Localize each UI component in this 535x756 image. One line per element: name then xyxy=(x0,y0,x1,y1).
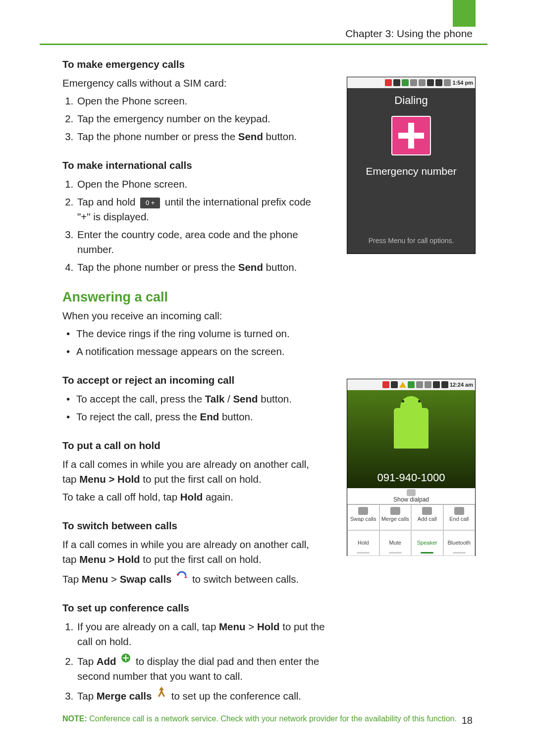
svg-marker-1 xyxy=(184,576,187,578)
switch-text-2: Tap Menu > Swap calls to switch between … xyxy=(62,570,325,587)
merge-calls-button[interactable]: Merge calls xyxy=(379,504,412,530)
page-number: 18 xyxy=(462,715,473,726)
list-item: A notification message appears on the sc… xyxy=(76,344,325,359)
list-item: The device rings if the ring volume is t… xyxy=(76,326,325,341)
heading-emergency-calls: To make emergency calls xyxy=(62,57,325,72)
heading-answering-call: Answering a call xyxy=(62,290,325,304)
battery-icon xyxy=(435,79,442,86)
list-item: If you are already on a call, tap Menu >… xyxy=(76,619,325,649)
switch-text-1: If a call comes in while you are already… xyxy=(62,537,325,567)
list-item: To reject the call, press the End button… xyxy=(76,409,325,424)
signal-icon xyxy=(427,79,434,86)
swap-calls-icon xyxy=(176,570,187,585)
end-call-icon xyxy=(454,507,464,515)
list-item: Enter the country code, area code and th… xyxy=(76,227,325,257)
heading-switch-calls: To switch between calls xyxy=(62,518,325,533)
status-bar: 1:54 pm xyxy=(347,77,475,88)
heading-call-on-hold: To put a call on hold xyxy=(62,438,325,453)
battery-icon xyxy=(441,381,448,388)
svg-rect-4 xyxy=(123,657,129,658)
zero-plus-key-icon: 0 + xyxy=(140,198,160,208)
conference-steps: If you are already on a call, tap Menu >… xyxy=(62,619,325,704)
status-icon xyxy=(402,79,409,86)
mute-button[interactable]: Mute xyxy=(379,530,412,556)
status-icon xyxy=(385,79,392,86)
dialpad-knob-icon xyxy=(407,489,416,496)
speaker-button[interactable]: Speaker xyxy=(411,530,443,556)
emergency-number-label: Emergency number xyxy=(347,161,475,177)
alarm-icon xyxy=(444,79,451,86)
status-icon xyxy=(382,381,389,388)
add-icon xyxy=(422,507,432,515)
merge-icon xyxy=(390,507,400,515)
swap-icon xyxy=(358,507,368,515)
list-item: Tap the emergency number on the keypad. xyxy=(76,111,325,126)
status-icon xyxy=(408,381,415,388)
emergency-steps: Open the Phone screen. Tap the emergency… xyxy=(62,94,325,144)
list-item: Tap Add to display the dial pad and then… xyxy=(76,652,325,684)
screenshot-emergency-dialing: 1:54 pm Dialing Emergency number Press M… xyxy=(347,77,476,254)
status-icon xyxy=(425,381,431,388)
status-time: 1:54 pm xyxy=(452,80,473,86)
list-item: Tap the phone number or press the Send b… xyxy=(76,260,325,275)
status-icon xyxy=(391,381,398,388)
status-icon xyxy=(393,79,400,86)
svg-marker-0 xyxy=(176,574,179,576)
status-time: 12:24 am xyxy=(450,382,473,388)
answering-intro: When you receive an incoming call: xyxy=(62,308,325,323)
emergency-intro: Emergency calls without a SIM card: xyxy=(62,76,325,91)
international-steps: Open the Phone screen. Tap and hold 0 + … xyxy=(62,177,325,275)
emergency-cross-icon xyxy=(391,116,431,155)
hold-text-1: If a call comes in while you are already… xyxy=(62,457,325,487)
heading-international-calls: To make international calls xyxy=(62,158,325,173)
list-item: Tap and hold 0 + until the international… xyxy=(76,195,325,224)
svg-marker-5 xyxy=(159,687,164,690)
screenshot-in-call: 12:24 am 091-940-1000 Show dialpad Swap … xyxy=(347,379,476,556)
caller-number: 091-940-1000 xyxy=(347,471,475,484)
add-call-icon xyxy=(121,652,131,667)
tab-marker xyxy=(453,0,476,27)
bluetooth-button[interactable]: Bluetooth xyxy=(443,530,476,556)
heading-conference-calls: To set up conference calls xyxy=(62,601,325,615)
show-dialpad-button[interactable]: Show dialpad xyxy=(347,488,475,504)
swap-calls-button[interactable]: Swap calls xyxy=(347,504,379,530)
status-icon xyxy=(410,79,417,86)
list-item: Open the Phone screen. xyxy=(76,177,325,192)
status-icon xyxy=(419,79,426,86)
status-bar: 12:24 am xyxy=(347,379,475,390)
list-item: To accept the call, press the Talk / Sen… xyxy=(76,392,325,406)
header-divider xyxy=(40,44,487,45)
call-buttons-grid: Swap calls Merge calls Add call End call… xyxy=(347,504,475,556)
list-item: Tap the phone number or press the Send b… xyxy=(76,129,325,144)
accept-reject-bullets: To accept the call, press the Talk / Sen… xyxy=(62,392,325,424)
add-call-button[interactable]: Add call xyxy=(411,504,443,530)
chapter-header: Chapter 3: Using the phone xyxy=(345,28,473,40)
heading-accept-reject: To accept or reject an incoming call xyxy=(62,373,325,388)
note-label: NOTE: xyxy=(62,714,87,723)
call-gradient-area: 091-940-1000 xyxy=(347,390,475,488)
menu-hint: Press Menu for call options. xyxy=(347,237,475,245)
end-call-button[interactable]: End call xyxy=(443,504,476,530)
hold-text-2: To take a call off hold, tap Hold again. xyxy=(62,490,325,504)
answering-bullets: The device rings if the ring volume is t… xyxy=(62,326,325,359)
hold-button[interactable]: Hold xyxy=(347,530,379,556)
list-item: Tap Merge calls to set up the conference… xyxy=(76,687,325,704)
status-icon xyxy=(416,381,423,388)
warning-icon xyxy=(399,382,406,388)
android-avatar-icon xyxy=(394,408,428,449)
dialing-title: Dialing xyxy=(347,88,475,112)
signal-icon xyxy=(433,381,440,388)
list-item: Open the Phone screen. xyxy=(76,94,325,108)
note-text: NOTE: Conference call is a network servi… xyxy=(62,714,464,723)
merge-calls-icon xyxy=(157,687,166,702)
